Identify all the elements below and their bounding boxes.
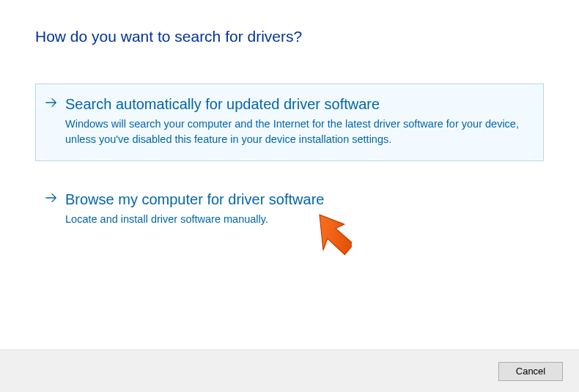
dialog-footer: Cancel bbox=[0, 350, 579, 392]
option-title: Search automatically for updated driver … bbox=[65, 95, 531, 114]
arrow-right-icon bbox=[45, 191, 58, 204]
cancel-button[interactable]: Cancel bbox=[498, 362, 563, 381]
option-browse-computer[interactable]: Browse my computer for driver software L… bbox=[35, 179, 544, 241]
arrow-right-icon bbox=[45, 96, 58, 109]
page-title: How do you want to search for drivers? bbox=[35, 28, 544, 45]
option-search-automatically[interactable]: Search automatically for updated driver … bbox=[35, 84, 544, 161]
option-title: Browse my computer for driver software bbox=[65, 190, 531, 209]
option-description: Locate and install driver software manua… bbox=[65, 212, 531, 227]
option-description: Windows will search your computer and th… bbox=[65, 117, 531, 147]
